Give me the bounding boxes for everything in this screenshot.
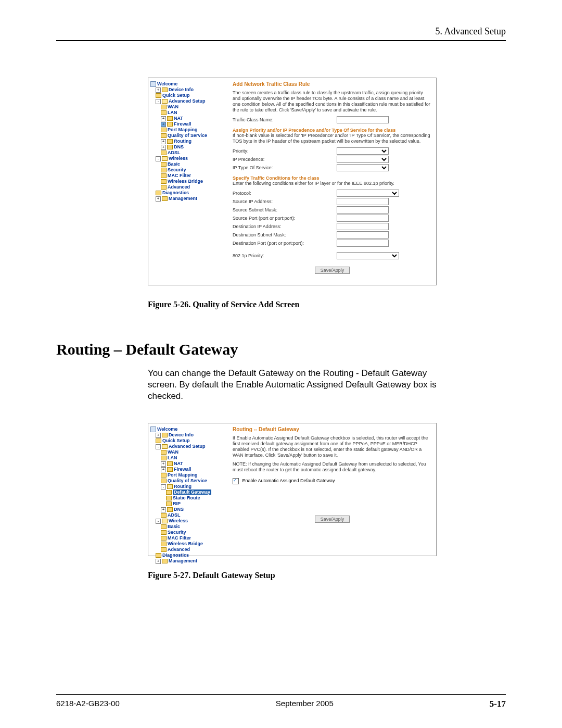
panel-title-2: Routing -- Default Gateway [233,426,432,432]
nav-routing[interactable]: Routing [174,484,191,489]
panel-title: Add Network Traffic Class Rule [233,81,432,87]
expand-icon[interactable]: + [161,116,166,121]
nav-wireless[interactable]: Wireless [169,156,188,161]
folder-icon [162,433,168,437]
collapse-icon[interactable]: - [161,484,166,489]
expand-icon[interactable]: + [156,559,161,564]
nav-diagnostics[interactable]: Diagnostics [162,190,189,195]
nav-qos[interactable]: Quality of Service [168,133,207,138]
input-src-mask[interactable] [337,206,389,214]
input-src-ip[interactable] [337,198,389,205]
input-dst-mask[interactable] [337,231,389,239]
folder-icon [161,179,167,184]
nav-rip[interactable]: RIP [173,501,181,506]
folder-icon [161,168,167,172]
select-8021p[interactable] [337,252,399,259]
nav-quick-setup[interactable]: Quick Setup [162,438,190,443]
collapse-icon[interactable]: - [156,156,161,161]
nav-wan[interactable]: WAN [168,449,178,455]
nav-wan[interactable]: WAN [168,104,178,109]
input-src-port[interactable] [337,215,389,222]
nav-dns[interactable]: DNS [174,144,184,149]
save-apply-button[interactable]: Save/Apply [315,267,350,274]
checkbox-auto-gateway[interactable] [233,478,239,484]
nav-security[interactable]: Security [168,167,186,172]
input-dst-ip[interactable] [337,223,389,230]
collapse-icon[interactable]: - [156,99,161,104]
folder-open-icon [162,99,168,104]
select-protocol[interactable] [337,190,399,197]
footer-doc: 6218-A2-GB23-00 [56,699,120,709]
nav-wireless-bridge[interactable]: Wireless Bridge [168,179,203,184]
folder-open-icon [162,156,168,161]
nav-mac-filter[interactable]: MAC Filter [168,535,191,541]
screenshot-qos-add: Welcome +Device Info Quick Setup -Advanc… [148,78,437,285]
select-ip-tos[interactable] [337,164,389,171]
nav-mac-filter[interactable]: MAC Filter [168,173,191,178]
nav-nat[interactable]: NAT [174,116,183,121]
folder-icon [161,173,167,178]
nav-device-info[interactable]: Device Info [169,87,194,92]
nav-advanced[interactable]: Advanced [168,184,190,190]
select-priority[interactable] [337,147,389,155]
expand-icon[interactable]: + [161,122,166,127]
expand-icon[interactable]: + [156,87,161,93]
expand-icon[interactable]: + [161,145,166,150]
nav-device-info[interactable]: Device Info [169,432,194,437]
nav-welcome[interactable]: Welcome [157,426,177,432]
nav-advanced[interactable]: Advanced [168,547,190,552]
nav-basic[interactable]: Basic [168,524,180,529]
expand-icon[interactable]: + [161,507,166,512]
nav-management[interactable]: Management [169,196,197,201]
nav-firewall[interactable]: Firewall [174,467,191,472]
nav-management[interactable]: Management [169,558,197,563]
nav-routing[interactable]: Routing [174,139,191,144]
input-traffic-class[interactable] [337,116,389,123]
nav-advanced-setup[interactable]: Advanced Setup [169,444,206,449]
folder-icon [156,191,161,195]
nav-welcome[interactable]: Welcome [157,81,177,86]
nav-nat[interactable]: NAT [174,461,183,466]
nav-lan[interactable]: LAN [168,455,177,460]
nav-basic[interactable]: Basic [168,161,180,167]
nav-port-mapping[interactable]: Port Mapping [168,127,198,132]
expand-icon[interactable]: + [156,196,161,202]
nav-firewall[interactable]: Firewall [174,121,191,127]
expand-icon[interactable]: + [161,139,166,144]
nav-wireless[interactable]: Wireless [169,518,188,523]
nav-dns[interactable]: DNS [174,507,184,512]
expand-icon[interactable]: + [156,433,161,438]
nav-adsl[interactable]: ADSL [168,512,181,518]
save-apply-button-2[interactable]: Save/Apply [315,516,350,523]
folder-icon [161,110,167,115]
collapse-icon[interactable]: - [156,444,161,449]
folder-icon [162,196,168,201]
folder-icon [156,438,161,443]
folder-icon [167,139,173,144]
nav-adsl[interactable]: ADSL [168,150,181,155]
expand-icon[interactable]: + [161,461,166,467]
section-body: You can change the Default Gateway on th… [148,368,439,402]
nav-wireless-bridge[interactable]: Wireless Bridge [168,541,203,546]
gateway-note: NOTE: If changing the Automatic Assigned… [233,461,432,473]
nav-diagnostics[interactable]: Diagnostics [162,553,189,558]
input-dst-port[interactable] [337,240,389,247]
page-header: 5. Advanced Setup [56,26,506,40]
label-8021p: 802.1p Priority: [233,253,337,258]
nav-security[interactable]: Security [168,530,186,535]
expand-icon[interactable]: + [161,467,166,472]
select-ip-precedence[interactable] [337,156,389,163]
nav-lan[interactable]: LAN [168,110,177,115]
collapse-icon[interactable]: - [156,519,161,524]
intro-text: The screen creates a traffic class rule … [233,90,432,113]
nav-static-route[interactable]: Static Route [173,495,200,500]
nav-advanced-setup[interactable]: Advanced Setup [169,98,206,104]
nav-default-gateway[interactable]: Default Gateway [173,489,211,495]
nav-quick-setup[interactable]: Quick Setup [162,93,190,98]
assign-note: If non-blank value is selected for 'IP P… [233,133,432,144]
nav-qos[interactable]: Quality of Service [168,478,207,483]
specify-note: Enter the following conditions either fo… [233,181,432,186]
screenshot-default-gateway: Welcome +Device Info Quick Setup -Advanc… [148,423,437,556]
nav-port-mapping[interactable]: Port Mapping [168,472,198,478]
label-protocol: Protocol: [233,191,337,196]
